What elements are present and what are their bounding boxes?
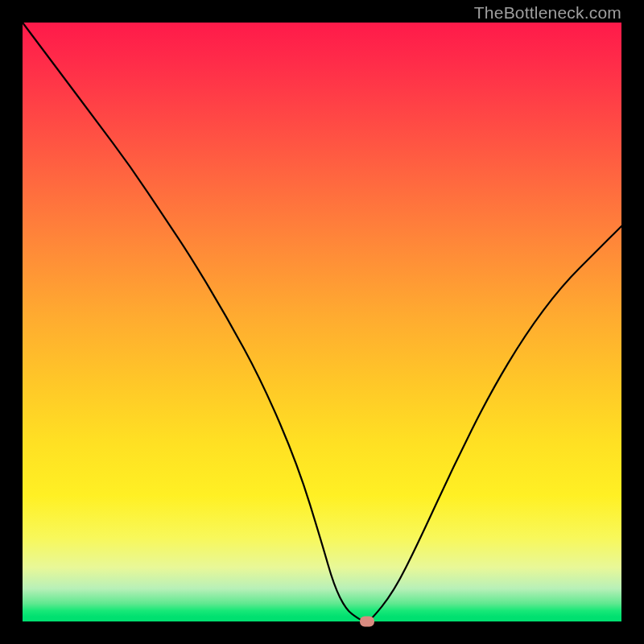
plot-area <box>23 23 621 621</box>
watermark-label: TheBottleneck.com <box>474 3 621 23</box>
bottleneck-curve <box>23 23 621 621</box>
chart-frame: TheBottleneck.com <box>0 0 644 644</box>
optimum-marker-icon <box>360 617 374 627</box>
